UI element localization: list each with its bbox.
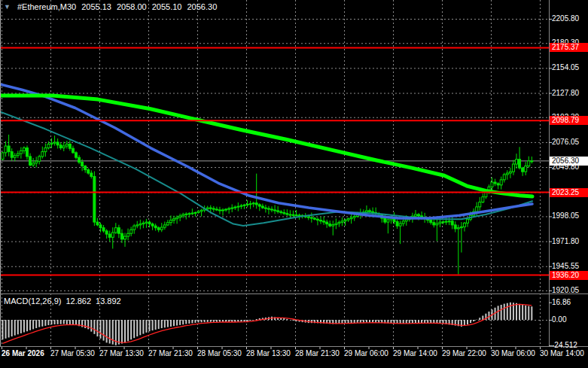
macd-signal-value: 13.892 — [96, 297, 121, 306]
ohlc-open: 2055.13 — [81, 2, 111, 11]
time-axis[interactable]: 26 Mar 202627 Mar 05:3027 Mar 13:3027 Ma… — [0, 348, 588, 361]
time-tick-label: 28 Mar 13:30 — [246, 349, 291, 357]
time-tick-label: 27 Mar 21:30 — [148, 349, 193, 357]
macd-indicator-layer — [3, 303, 532, 345]
chart-canvas[interactable] — [0, 0, 588, 368]
red-level-price-label: 2023.25 — [550, 188, 588, 197]
price-axis[interactable]: 2205.802180.302154.052127.802102.302076.… — [550, 0, 588, 368]
price-tick-label: 2154.05 — [552, 63, 587, 72]
ohlc-low: 2055.10 — [152, 2, 182, 11]
time-tick-label: 27 Mar 13:30 — [99, 349, 144, 357]
red-level-price-label: 1936.20 — [550, 271, 588, 280]
chart-title: ▼ #Ethereum,M30 2055.13 2058.00 2055.10 … — [4, 2, 217, 11]
time-tick-label: 29 Mar 06:00 — [344, 349, 388, 357]
ohlc-high: 2058.00 — [117, 2, 147, 11]
time-tick-label: 28 Mar 21:30 — [295, 349, 340, 357]
chevron-down-icon: ▼ — [4, 3, 11, 11]
price-tick-label: 2205.80 — [552, 14, 587, 23]
price-tick-label: 1998.05 — [552, 211, 587, 220]
time-tick-label: 29 Mar 14:00 — [393, 349, 437, 357]
candles-layer[interactable] — [2, 135, 533, 275]
price-tick-label: 1920.05 — [552, 286, 587, 295]
time-tick-label: 26 Mar 2026 — [2, 349, 44, 357]
price-tick-label: 1945.55 — [552, 262, 587, 271]
time-tick-label: 28 Mar 05:30 — [197, 349, 242, 357]
time-tick-label: 29 Mar 22:00 — [442, 349, 486, 357]
macd-tick-label: 16.86 — [552, 298, 587, 307]
macd-main-value: 12.862 — [66, 297, 91, 306]
price-tick-label: 2076.05 — [552, 138, 587, 147]
macd-label: MACD(12,26,9) 12.862 13.892 — [4, 297, 121, 306]
time-tick-label: 27 Mar 05:30 — [50, 349, 95, 357]
moving-averages-layer — [0, 84, 532, 226]
red-level-price-label: 2175.37 — [550, 43, 588, 52]
time-tick-label: 30 Mar 14:00 — [540, 349, 584, 357]
red-level-price-label: 2098.79 — [550, 116, 588, 125]
macd-params: MACD(12,26,9) — [4, 297, 61, 306]
price-tick-label: 2127.80 — [552, 89, 587, 98]
symbol-timeframe: #Ethereum,M30 — [17, 2, 76, 11]
current-price-label: 2056.30 — [550, 157, 588, 166]
time-tick-label: 30 Mar 06:00 — [491, 349, 535, 357]
macd-tick-label: 0.00 — [552, 315, 587, 324]
trading-chart-window: ▼ #Ethereum,M30 2055.13 2058.00 2055.10 … — [0, 0, 588, 368]
price-tick-label: 1971.80 — [552, 237, 587, 246]
ohlc-close: 2056.30 — [187, 2, 217, 11]
